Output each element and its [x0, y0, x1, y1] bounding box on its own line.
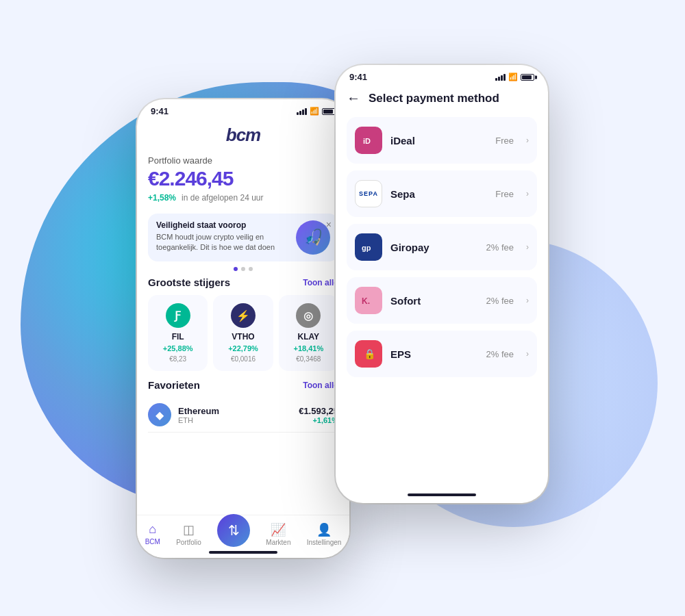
ideal-fee: Free: [495, 136, 514, 146]
phone-left: 9:41 📶 bcm Portfolio waarde €2.: [137, 99, 349, 558]
crypto-card-fil[interactable]: Ƒ FIL +25,88% €8,23: [148, 295, 208, 371]
klay-price: €0,3468: [296, 355, 321, 363]
left-phone-body: bcm Portfolio waarde €2.246,45 +1,58% in…: [137, 119, 349, 433]
svg-text:K.: K.: [362, 296, 370, 306]
status-bar-left: 9:41 📶: [137, 99, 349, 119]
eth-change: +1,61%: [299, 416, 338, 424]
signal-icon: [297, 108, 307, 115]
favorieten-header: Favorieten Toon alle: [148, 379, 338, 391]
nav-item-instellingen[interactable]: 👤 Instellingen: [307, 522, 342, 546]
instellingen-icon: 👤: [316, 522, 332, 537]
eth-info: Ethereum ETH: [178, 406, 292, 424]
bcm-logo: bcm: [148, 119, 338, 153]
nav-item-portfolio[interactable]: ◫ Portfolio: [176, 522, 201, 546]
svg-text:gp: gp: [362, 244, 371, 252]
eps-fee: 2% fee: [486, 349, 514, 359]
eth-icon: ◆: [148, 403, 171, 426]
alert-title: Veiligheid staat voorop: [156, 220, 289, 230]
home-bar-right: [408, 493, 476, 496]
giropay-name: Giropay: [390, 242, 478, 253]
carousel-dots: [148, 267, 338, 271]
battery-icon-right: [521, 74, 534, 81]
alert-illustration: 🎣: [296, 220, 330, 255]
home-bar-left: [209, 551, 277, 554]
stijgers-header: Grootste stijgers Toon alle: [148, 277, 338, 288]
stijgers-link[interactable]: Toon alle: [303, 278, 338, 287]
svg-text:🔒: 🔒: [364, 348, 376, 360]
status-icons-left: 📶: [297, 107, 336, 116]
signal-icon-right: [495, 74, 506, 81]
payment-list: iD iDeal Free › SEPA Sepa Free ›: [347, 117, 537, 384]
alert-close-button[interactable]: ×: [326, 219, 332, 230]
portfolio-value: €2.246,45: [148, 167, 338, 190]
time-left: 9:41: [151, 106, 169, 116]
payment-header: ← Select payment method: [347, 85, 537, 117]
fil-name: FIL: [172, 332, 184, 342]
payment-header-title: Select payment method: [369, 92, 499, 105]
nav-label-markten: Markten: [266, 539, 290, 546]
dot-1: [234, 267, 238, 271]
vtho-change: +22,79%: [228, 344, 258, 352]
payment-item-sofort[interactable]: K. Sofort 2% fee ›: [347, 277, 537, 324]
nav-center-button[interactable]: ⇅: [217, 514, 250, 547]
sepa-logo: SEPA: [355, 180, 382, 207]
crypto-card-vtho[interactable]: ⚡ VTHO +22,79% €0,0016: [213, 295, 273, 371]
nav-item-bcm[interactable]: ⌂ BCM: [145, 522, 160, 546]
favorieten-link[interactable]: Toon alle: [303, 381, 338, 390]
wifi-icon-right: 📶: [508, 73, 518, 81]
vtho-icon: ⚡: [231, 303, 256, 328]
eth-symbol: ETH: [178, 416, 292, 424]
time-right: 9:41: [349, 72, 367, 82]
fil-icon: Ƒ: [166, 303, 190, 328]
markten-icon: 📈: [271, 522, 286, 537]
payment-item-eps[interactable]: 🔒 EPS 2% fee ›: [347, 331, 537, 377]
klay-name: KLAY: [298, 332, 320, 342]
fav-item-eth[interactable]: ◆ Ethereum ETH €1.593,25 +1,61%: [148, 398, 338, 433]
eps-name: EPS: [390, 348, 478, 360]
eth-name: Ethereum: [178, 406, 292, 416]
wifi-icon: 📶: [310, 107, 319, 116]
status-icons-right: 📶: [495, 73, 534, 81]
payment-item-sepa[interactable]: SEPA Sepa Free ›: [347, 170, 537, 217]
payment-item-ideal[interactable]: iD iDeal Free ›: [347, 117, 537, 164]
giropay-chevron: ›: [526, 242, 529, 252]
alert-content: Veiligheid staat voorop BCM houdt jouw c…: [156, 220, 289, 253]
status-bar-right: 9:41 📶: [336, 65, 548, 85]
sofort-logo: K.: [355, 287, 382, 314]
portfolio-change-label: in de afgelopen 24 uur: [182, 193, 263, 203]
sofort-name: Sofort: [390, 295, 478, 307]
eth-values: €1.593,25 +1,61%: [299, 406, 338, 424]
nav-item-markten[interactable]: 📈 Markten: [266, 522, 290, 546]
ideal-chevron: ›: [526, 136, 529, 145]
vtho-name: VTHO: [232, 332, 254, 342]
payment-item-giropay[interactable]: gp Giropay 2% fee ›: [347, 224, 537, 270]
stijgers-title: Grootste stijgers: [148, 277, 230, 288]
nav-label-portfolio: Portfolio: [176, 539, 201, 546]
battery-icon: [322, 108, 336, 115]
sofort-fee: 2% fee: [486, 296, 514, 306]
fil-change: +25,88%: [163, 344, 193, 352]
crypto-card-klay[interactable]: ◎ KLAY +18,41% €0,3468: [279, 295, 338, 371]
giropay-logo: gp: [355, 233, 382, 261]
portfolio-section: Portfolio waarde €2.246,45 +1,58% in de …: [148, 153, 338, 208]
phones-container: 9:41 📶 bcm Portfolio waarde €2.: [137, 58, 548, 558]
nav-label-bcm: BCM: [145, 538, 160, 546]
nav-label-instellingen: Instellingen: [307, 539, 342, 546]
alert-card: Veiligheid staat voorop BCM houdt jouw c…: [148, 214, 338, 261]
sepa-fee: Free: [495, 189, 514, 199]
back-button[interactable]: ←: [347, 90, 360, 106]
sepa-name: Sepa: [390, 188, 487, 200]
home-icon: ⌂: [149, 522, 156, 537]
svg-text:iD: iD: [363, 137, 371, 145]
klay-change: +18,41%: [293, 344, 323, 352]
ideal-logo: iD: [355, 127, 382, 154]
right-phone-body: ← Select payment method iD iDeal Free ›: [336, 85, 548, 384]
dot-2: [241, 267, 245, 271]
favorieten-title: Favorieten: [148, 379, 200, 391]
sepa-chevron: ›: [526, 189, 529, 198]
portfolio-change-value: +1,58%: [148, 193, 176, 203]
eps-chevron: ›: [526, 349, 529, 359]
dot-3: [249, 267, 253, 271]
alert-text: BCM houdt jouw crypto veilig en toeganke…: [156, 232, 289, 253]
crypto-grid: Ƒ FIL +25,88% €8,23 ⚡ VTHO +22,79% €0,00…: [148, 295, 338, 371]
